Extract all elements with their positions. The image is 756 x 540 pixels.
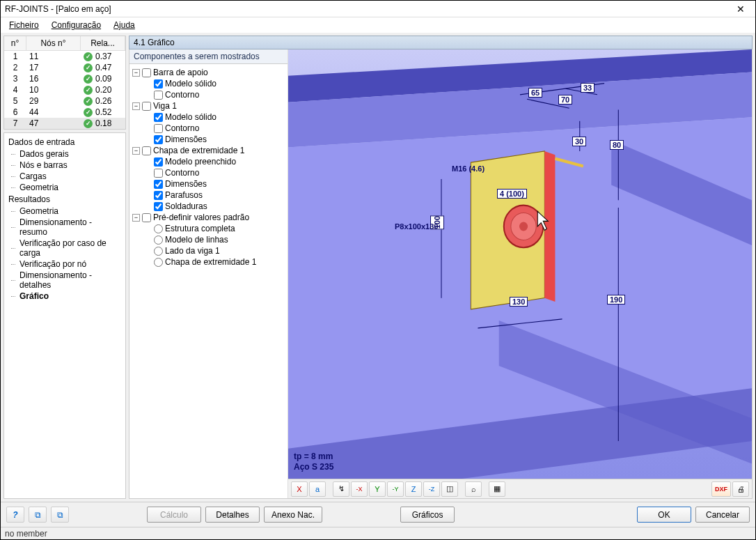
nav-item[interactable]: Gráfico — [6, 291, 124, 302]
view-nz-button[interactable]: -Z — [423, 481, 440, 497]
node-preset-side[interactable]: Lado da viga 1 — [165, 246, 220, 256]
dim-70: 70 — [558, 95, 572, 105]
chk-support[interactable] — [142, 68, 151, 77]
col-nodes[interactable]: Nós n° — [26, 36, 81, 50]
table-row[interactable]: 529✓0.26 — [4, 95, 125, 107]
table-row[interactable]: 747✓0.18 — [4, 118, 125, 129]
layers-button[interactable]: ▦ — [489, 481, 505, 497]
nav-item[interactable]: Verificação por nó — [6, 259, 124, 270]
view-y-button[interactable]: Y — [369, 481, 386, 497]
dim-190: 190 — [607, 295, 625, 304]
axes-x-button[interactable]: X — [291, 481, 308, 497]
label-bolt-spec: M16 (4.6) — [450, 164, 487, 173]
menu-file[interactable]: Ficheiro — [3, 19, 45, 31]
view-z-button[interactable]: Z — [405, 481, 422, 497]
svg-point-10 — [519, 222, 528, 231]
chk-support-solid[interactable] — [154, 79, 163, 88]
nav-item[interactable]: Verificação por caso de carga — [6, 238, 124, 259]
axes-a-button[interactable]: a — [309, 481, 326, 497]
chk-preset[interactable] — [142, 213, 151, 222]
view-box-button[interactable]: ◫ — [441, 481, 458, 497]
chk-beam-contour[interactable] — [154, 124, 163, 133]
chk-plate-contour[interactable] — [154, 169, 163, 178]
3d-viewport[interactable]: 65 70 33 30 80 100 130 190 M16 (4.6) P8x… — [288, 49, 752, 479]
chk-plate-dims[interactable] — [154, 180, 163, 189]
nav-item[interactable]: Dados gerais — [6, 148, 124, 160]
node-preset-full[interactable]: Estrutura completa — [165, 224, 235, 233]
radio-preset-side[interactable] — [154, 247, 163, 256]
node-beam-contour[interactable]: Contorno — [165, 123, 199, 133]
nav-item[interactable]: Geometria — [6, 182, 124, 193]
status-text: no member — [5, 529, 47, 539]
view-ny-button[interactable]: -Y — [387, 481, 404, 497]
table-row[interactable]: 316✓0.09 — [4, 73, 125, 84]
graphics-button[interactable]: Gráficos — [400, 507, 455, 523]
ok-button[interactable]: OK — [637, 507, 691, 523]
nav-results-header: Resultados — [6, 193, 124, 206]
col-no[interactable]: n° — [4, 36, 26, 50]
node-plate-bolts[interactable]: Parafusos — [165, 190, 203, 200]
ok-icon: ✓ — [84, 119, 93, 128]
minus-icon[interactable]: − — [132, 102, 140, 110]
zoom-button[interactable]: ⌕ — [465, 481, 482, 497]
calc-button[interactable]: Cálculo — [147, 507, 201, 523]
table-row[interactable]: 217✓0.47 — [4, 62, 125, 73]
util1-button[interactable]: ⧉ — [29, 507, 47, 523]
radio-preset-full[interactable] — [154, 224, 163, 233]
view-nx-button[interactable]: -X — [351, 481, 368, 497]
minus-icon[interactable]: − — [132, 147, 140, 155]
details-button[interactable]: Detalhes — [205, 507, 260, 523]
node-support-solid[interactable]: Modelo sólido — [165, 79, 216, 88]
chk-plate-bolts[interactable] — [154, 191, 163, 200]
ok-icon: ✓ — [84, 97, 93, 106]
table-row[interactable]: 410✓0.20 — [4, 84, 125, 95]
node-beam-solid[interactable]: Modelo sólido — [165, 112, 216, 122]
util2-button[interactable]: ⧉ — [51, 507, 69, 523]
menu-help[interactable]: Ajuda — [108, 19, 141, 31]
help-button[interactable]: ? — [6, 507, 24, 523]
radio-preset-lines[interactable] — [154, 236, 163, 245]
node-plate-dims[interactable]: Dimensões — [165, 179, 207, 189]
col-ratio[interactable]: Rela... — [81, 36, 125, 50]
chk-plate-welds[interactable] — [154, 202, 163, 211]
view-iso-button[interactable]: ↯ — [333, 481, 349, 497]
ok-icon: ✓ — [84, 52, 93, 61]
nav-item[interactable]: Nós e barras — [6, 160, 124, 171]
node-plate[interactable]: Chapa de extremidade 1 — [153, 146, 244, 155]
cancel-button[interactable]: Cancelar — [695, 507, 750, 523]
node-plate-welds[interactable]: Soldaduras — [165, 201, 207, 211]
minus-icon[interactable]: − — [132, 69, 140, 77]
node-preset-lines[interactable]: Modelo de linhas — [165, 235, 228, 245]
minus-icon[interactable]: − — [132, 214, 140, 222]
nav-item[interactable]: Geometria — [6, 206, 124, 217]
dxf-button[interactable]: DXF — [711, 481, 731, 497]
node-support-contour[interactable]: Contorno — [165, 90, 199, 100]
node-support[interactable]: Barra de apoio — [153, 68, 208, 77]
node-plate-contour[interactable]: Contorno — [165, 168, 199, 178]
menu-config[interactable]: Configuração — [46, 19, 107, 31]
node-beam-dims[interactable]: Dimensões — [165, 134, 207, 144]
node-beam[interactable]: Viga 1 — [153, 101, 177, 111]
nav-item[interactable]: Cargas — [6, 171, 124, 182]
footer: ? ⧉ ⧉ Cálculo Detalhes Anexo Nac. Gráfic… — [1, 502, 755, 527]
close-icon[interactable]: ✕ — [730, 3, 751, 15]
nav-tree: Dados de entrada Dados geraisNós e barra… — [3, 132, 126, 499]
node-plate-filled[interactable]: Modelo preenchido — [165, 157, 236, 167]
chk-support-contour[interactable] — [154, 91, 163, 100]
dim-30: 30 — [572, 137, 586, 146]
node-preset[interactable]: Pré-definir valores padrão — [153, 213, 249, 222]
chk-plate[interactable] — [142, 146, 151, 155]
table-row[interactable]: 111✓0.37 — [4, 51, 125, 62]
chk-beam[interactable] — [142, 102, 151, 111]
chk-plate-filled[interactable] — [154, 157, 163, 167]
chk-beam-solid[interactable] — [154, 113, 163, 122]
print-button[interactable]: 🖨 — [732, 481, 749, 497]
tree-title: Componentes a serem mostrados — [129, 49, 288, 64]
nav-item[interactable]: Dimensionamento - resumo — [6, 217, 124, 238]
chk-beam-dims[interactable] — [154, 135, 163, 144]
annex-button[interactable]: Anexo Nac. — [264, 507, 322, 523]
table-row[interactable]: 644✓0.52 — [4, 107, 125, 118]
nav-item[interactable]: Dimensionamento - detalhes — [6, 270, 124, 291]
node-preset-endplate[interactable]: Chapa de extremidade 1 — [165, 257, 256, 267]
radio-preset-endplate[interactable] — [154, 258, 163, 267]
